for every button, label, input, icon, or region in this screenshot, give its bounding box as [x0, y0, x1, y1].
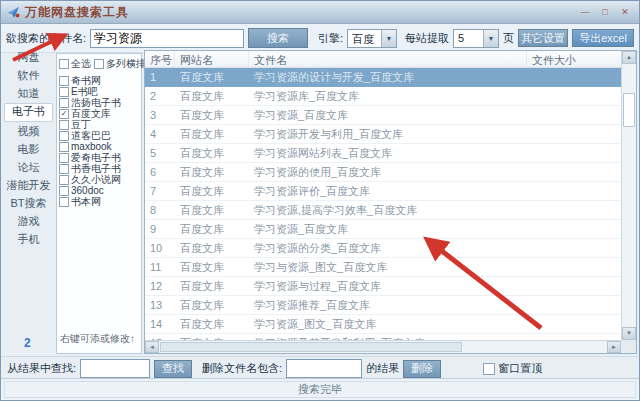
sidebar-item-1[interactable]: 软件 [4, 67, 53, 84]
checkbox-icon[interactable] [59, 164, 69, 174]
table-row[interactable]: 11百度文库学习与资源_图文_百度文库 [145, 258, 621, 277]
cell-no: 13 [145, 296, 175, 314]
checkbox-icon[interactable] [59, 120, 69, 130]
column-header-size[interactable]: 文件大小 [527, 51, 621, 67]
scroll-right-icon[interactable]: ► [607, 341, 621, 353]
sidebar-item-10[interactable]: 手机 [4, 231, 53, 248]
status-text: 搜索完毕 [4, 381, 636, 398]
site-checkbox-item-11[interactable]: 书本网 [57, 196, 141, 207]
checkbox-icon[interactable]: ✓ [59, 109, 69, 119]
engine-select[interactable]: 百度 ▼ [347, 29, 397, 48]
find-button[interactable]: 查找 [154, 360, 192, 378]
minimize-icon[interactable]: — [577, 6, 593, 19]
checkbox-icon[interactable] [59, 175, 69, 185]
search-button[interactable]: 搜索 [248, 28, 308, 48]
sidebar-item-6[interactable]: 论坛 [4, 159, 53, 176]
table-row[interactable]: 8百度文库学习资源,提高学习效率_百度文库 [145, 201, 621, 220]
multi-column-checkbox[interactable]: 多列横排 [94, 57, 146, 71]
table-row[interactable]: 7百度文库学习资源评价_百度文库 [145, 182, 621, 201]
cell-site: 百度文库 [175, 277, 249, 295]
checkbox-icon[interactable] [483, 363, 495, 375]
horizontal-scrollbar[interactable]: ◄ ► [145, 340, 621, 353]
scroll-down-icon[interactable]: ▼ [622, 327, 636, 340]
column-header-no[interactable]: 序号 [145, 51, 175, 67]
table-row[interactable]: 13百度文库学习资源推荐_百度文库 [145, 296, 621, 315]
table-row[interactable]: 6百度文库学习资源的使用_百度文库 [145, 163, 621, 182]
site-checkbox-item-0[interactable]: 奇书网 [57, 75, 141, 86]
table-row[interactable]: 2百度文库学习资源库_百度文库 [145, 87, 621, 106]
sidebar-item-4[interactable]: 视频 [4, 123, 53, 140]
cell-size [527, 239, 621, 257]
table-row[interactable]: 4百度文库学习资源开发与利用_百度文库 [145, 125, 621, 144]
cell-size [527, 220, 621, 238]
checkbox-icon[interactable] [59, 153, 69, 163]
vertical-scroll-thumb[interactable] [623, 93, 635, 127]
delete-contains-input[interactable] [286, 359, 362, 378]
table-row[interactable]: 12百度文库学习资源与过程_百度文库 [145, 277, 621, 296]
sidebar-item-0[interactable]: 网盘 [4, 49, 53, 66]
table-row[interactable]: 9百度文库学习资源_百度文库 [145, 220, 621, 239]
checkbox-icon[interactable] [94, 59, 104, 69]
checkbox-icon[interactable] [59, 87, 69, 97]
scroll-left-icon[interactable]: ◄ [145, 341, 159, 353]
maximize-icon[interactable]: □ [597, 6, 613, 19]
cell-no: 14 [145, 315, 175, 333]
sidebar-item-9[interactable]: 游戏 [4, 213, 53, 230]
sidebar-item-8[interactable]: BT搜索 [4, 195, 53, 212]
export-excel-button[interactable]: 导出excel [572, 29, 634, 47]
table-header: 序号 网站名 文件名 文件大小 [145, 51, 621, 68]
sidebar-item-3[interactable]: 电子书 [4, 103, 53, 122]
table-row[interactable]: 14百度文库学习资源_图文_百度文库 [145, 315, 621, 334]
chevron-down-icon[interactable]: ▼ [381, 30, 396, 47]
checkbox-icon[interactable] [59, 142, 69, 152]
cell-file: 学习资源的分类_百度文库 [249, 239, 527, 257]
checkbox-icon[interactable] [59, 186, 69, 196]
cell-size [527, 182, 621, 200]
per-site-select[interactable]: 5 ▼ [453, 29, 499, 48]
cell-no: 11 [145, 258, 175, 276]
horizontal-scroll-thumb[interactable] [160, 342, 462, 352]
cell-file: 学习资源推荐_百度文库 [249, 296, 527, 314]
sidebar-item-7[interactable]: 潜能开发 [4, 177, 53, 194]
table-row[interactable]: 10百度文库学习资源的分类_百度文库 [145, 239, 621, 258]
table-row[interactable]: 1百度文库学习资源的设计与开发_百度文库 [145, 68, 621, 87]
site-checkbox-item-9[interactable]: 久久小说网 [57, 174, 141, 185]
chevron-down-icon[interactable]: ▼ [483, 30, 498, 47]
cell-site: 百度文库 [175, 106, 249, 124]
search-input[interactable] [90, 29, 244, 48]
column-header-site[interactable]: 网站名 [175, 51, 249, 67]
other-settings-button[interactable]: 其它设置 [518, 29, 568, 47]
close-icon[interactable]: ✕ [617, 6, 633, 19]
cell-site: 百度文库 [175, 220, 249, 238]
find-in-results-input[interactable] [80, 359, 150, 378]
table-row[interactable]: 5百度文库学习资源网站列表_百度文库 [145, 144, 621, 163]
checkbox-icon[interactable] [59, 131, 69, 141]
site-checkbox-item-5[interactable]: 道客巴巴 [57, 130, 141, 141]
table-row[interactable]: 3百度文库学习资源_百度文库 [145, 106, 621, 125]
checkbox-icon[interactable] [59, 98, 69, 108]
sidebar-item-2[interactable]: 知道 [4, 85, 53, 102]
checkbox-icon[interactable] [59, 197, 69, 207]
cell-site: 百度文库 [175, 144, 249, 162]
cell-site: 百度文库 [175, 201, 249, 219]
cell-file: 学习资源的设计与开发_百度文库 [249, 68, 527, 86]
per-site-value: 5 [454, 30, 483, 47]
cell-file: 学习资源开发与利用_百度文库 [249, 125, 527, 143]
title-bar: 万能网盘搜索工具 — □ ✕ [1, 1, 639, 24]
cell-no: 2 [145, 87, 175, 105]
vertical-scrollbar[interactable]: ▲ ▼ [621, 51, 636, 340]
delete-button[interactable]: 删除 [403, 360, 441, 378]
scroll-up-icon[interactable]: ▲ [622, 51, 636, 64]
window-title: 万能网盘搜索工具 [25, 4, 129, 21]
select-all-checkbox[interactable]: 全选 [59, 57, 91, 71]
checkbox-icon[interactable] [59, 76, 69, 86]
sidebar-footer-badge[interactable]: 2 [24, 336, 31, 350]
window-topmost-checkbox[interactable]: 窗口置顶 [483, 361, 542, 376]
cell-site: 百度文库 [175, 239, 249, 257]
cell-size [527, 106, 621, 124]
site-checkbox-item-3[interactable]: ✓百度文库 [57, 108, 141, 119]
cell-site: 百度文库 [175, 87, 249, 105]
sidebar-item-5[interactable]: 电影 [4, 141, 53, 158]
column-header-file[interactable]: 文件名 [249, 51, 527, 67]
checkbox-icon[interactable] [59, 59, 69, 69]
